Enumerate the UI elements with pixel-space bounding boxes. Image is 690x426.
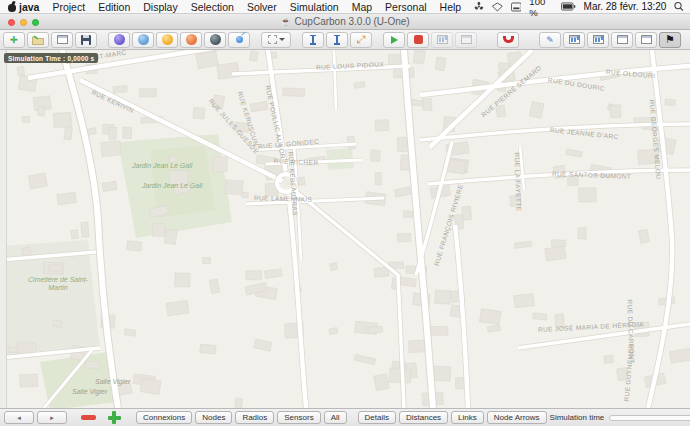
flag-button[interactable]: ⚑ [659, 32, 681, 48]
window-icon [57, 35, 68, 44]
menu-item-simulation[interactable]: Simulation [290, 1, 339, 13]
zoom-in-button[interactable] [102, 411, 126, 425]
red-arc-icon [503, 36, 514, 43]
link-button[interactable]: ⤢ [350, 32, 372, 48]
menu-item-project[interactable]: Project [52, 1, 85, 13]
pencil-icon: ✎ [546, 35, 554, 45]
small-node-icon [236, 36, 243, 43]
link-icon: ⤢ [357, 33, 366, 46]
area-label-jardin-2: Jardin Jean Le Gall [142, 182, 202, 189]
vertical-marker-button-1[interactable] [302, 32, 324, 48]
dark-sphere-icon [210, 34, 221, 45]
area-label-salle-1: Salle Vigier [95, 378, 130, 385]
map-canvas[interactable] [0, 50, 690, 408]
console-button[interactable] [455, 32, 477, 48]
radios-button[interactable]: Radios [235, 411, 274, 424]
chart-window-button-2[interactable] [587, 32, 609, 48]
menu-item-display[interactable]: Display [143, 1, 177, 13]
add-dark-node-button[interactable] [204, 32, 226, 48]
script-button[interactable] [431, 32, 453, 48]
chart-icon [569, 35, 580, 44]
save-button[interactable] [75, 32, 97, 48]
battery-percent: 100 % [529, 0, 553, 18]
vertical-bar-icon [336, 35, 338, 45]
menu-item-help[interactable]: Help [440, 1, 462, 13]
menu-item-solver[interactable]: Solver [247, 1, 277, 13]
selection-mode-dropdown[interactable] [261, 32, 291, 48]
area-label-salle-2: Salle Vigier [72, 388, 107, 395]
next-button[interactable]: ▸ [37, 411, 67, 424]
arc-magnet-button[interactable] [497, 32, 519, 48]
edit-button[interactable]: ✎ [539, 32, 561, 48]
fan-icon[interactable] [474, 1, 484, 12]
open-project-button[interactable] [27, 32, 49, 48]
run-simulation-button[interactable] [383, 32, 405, 48]
nodes-button[interactable]: Nodes [195, 411, 232, 424]
console-icon [461, 35, 472, 44]
chart-window-button-1[interactable] [563, 32, 585, 48]
blue-sphere-icon [138, 34, 149, 45]
folder-icon [32, 35, 44, 45]
connexions-button[interactable]: Connexions [136, 411, 192, 424]
minus-icon [81, 415, 96, 420]
add-orange-node-button[interactable] [180, 32, 202, 48]
menu-item-personal[interactable]: Personal [385, 1, 426, 13]
flag-icon: ⚑ [665, 33, 675, 46]
vertical-bar-icon [312, 35, 314, 45]
map-left-gutter [0, 50, 7, 408]
panel-window-button-2[interactable] [635, 32, 657, 48]
battery-icon[interactable] [561, 2, 575, 11]
menu-item-map[interactable]: Map [352, 1, 372, 13]
play-icon [391, 36, 398, 44]
display-icon[interactable] [511, 2, 522, 12]
chart-icon [593, 35, 604, 44]
map-viewport[interactable]: Simulation Time : 0,0000 s Jardin Jean L… [0, 50, 690, 408]
macos-menu-bar: java Project Edition Display Selection S… [0, 0, 690, 14]
details-button[interactable]: Details [358, 411, 396, 424]
orange-sphere-icon [186, 34, 197, 45]
all-button[interactable]: All [324, 411, 347, 424]
cupcarbon-logo-icon: ☕ [280, 17, 291, 27]
links-button[interactable]: Links [451, 411, 484, 424]
import-button[interactable]: ✛ [3, 32, 25, 48]
window-title: ☕CupCarbon 3.0.0 (U-One) [0, 16, 690, 27]
simulation-time-badge: Simulation Time : 0,0000 s [4, 53, 98, 63]
add-small-node-button[interactable] [228, 32, 250, 48]
add-yellow-node-button[interactable] [156, 32, 178, 48]
spotlight-search-icon[interactable] [674, 1, 684, 12]
panel-icon [641, 35, 652, 44]
area-label-cimetiere: Cimetière de Saint-Martin [28, 276, 88, 293]
import-icon: ✛ [10, 35, 18, 45]
panel-window-button-1[interactable] [611, 32, 633, 48]
selection-icon [268, 35, 277, 44]
bottom-bar: ◂ ▸ Connexions Nodes Radios Sensors All … [0, 408, 690, 426]
prev-button[interactable]: ◂ [4, 411, 34, 424]
zoom-out-button[interactable] [76, 411, 100, 425]
stop-simulation-button[interactable] [407, 32, 429, 48]
chevron-down-icon [279, 38, 285, 41]
menu-item-app[interactable]: java [19, 1, 39, 13]
script-icon [437, 35, 448, 44]
main-toolbar: ✛ ⤢ ✎ ⚑ Ready [0, 30, 690, 50]
area-label-jardin-1: Jardin Jean Le Gall [132, 162, 192, 169]
add-blue-node-button[interactable] [132, 32, 154, 48]
distances-button[interactable]: Distances [399, 411, 448, 424]
panel-icon [617, 35, 628, 44]
purple-sphere-icon [114, 34, 125, 45]
node-arrows-button[interactable]: Node Arrows [487, 411, 547, 424]
new-window-button[interactable] [51, 32, 73, 48]
diamond-icon[interactable] [492, 2, 503, 12]
yellow-sphere-icon [162, 34, 173, 45]
plus-icon [108, 411, 121, 424]
simulation-time-label: Simulation time [550, 413, 605, 422]
save-icon [81, 35, 91, 45]
menu-clock[interactable]: Mar. 28 févr. 13:20 [584, 1, 667, 12]
sensors-button[interactable]: Sensors [277, 411, 320, 424]
simulation-time-slider[interactable] [609, 415, 690, 421]
add-purple-node-button[interactable] [108, 32, 130, 48]
menu-item-edition[interactable]: Edition [98, 1, 130, 13]
vertical-marker-button-2[interactable] [326, 32, 348, 48]
stop-icon [414, 35, 423, 44]
menu-item-selection[interactable]: Selection [191, 1, 234, 13]
